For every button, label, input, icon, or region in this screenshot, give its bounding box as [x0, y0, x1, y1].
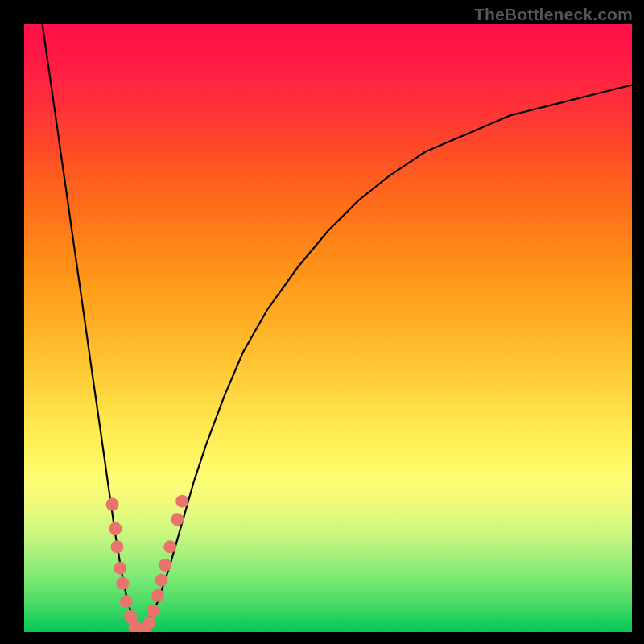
watermark-text: TheBottleneck.com — [474, 5, 633, 24]
chart-frame: TheBottleneck.com — [0, 0, 644, 644]
curve-svg — [24, 24, 632, 632]
marker-dot — [175, 495, 188, 508]
plot-area — [24, 24, 632, 632]
marker-dot — [114, 562, 126, 575]
marker-dot — [163, 540, 176, 553]
marker-dot — [116, 577, 129, 590]
marker-dot — [143, 617, 156, 630]
marker-dot — [106, 498, 119, 511]
marker-dot — [155, 574, 168, 587]
marker-dot — [159, 559, 171, 572]
bottleneck-curve — [43, 24, 632, 632]
marker-dot — [171, 513, 184, 526]
marker-dot — [120, 595, 133, 608]
marker-dot — [151, 589, 164, 602]
marker-dot — [111, 540, 124, 553]
marker-dot — [109, 522, 122, 535]
marker-dot — [147, 605, 159, 617]
highlighted-points — [106, 495, 189, 632]
